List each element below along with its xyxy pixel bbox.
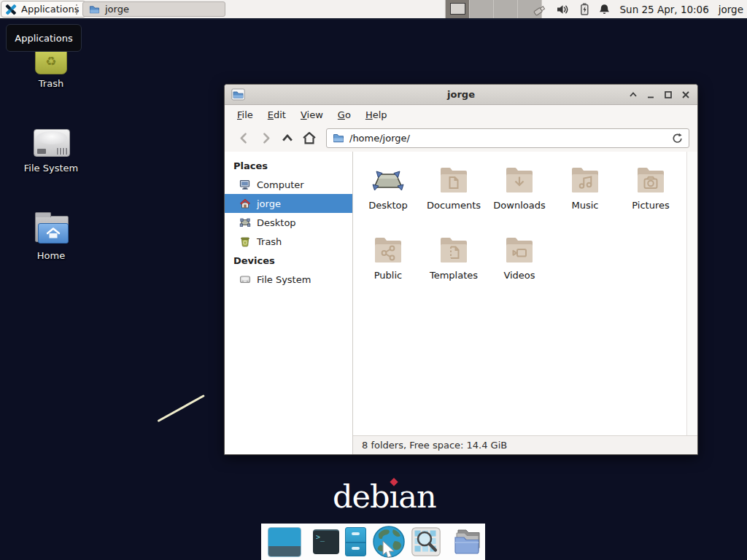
file-item-pictures[interactable]: Pictures [618,163,684,233]
file-manager-launcher[interactable] [345,527,366,556]
minimize-button[interactable] [645,90,656,101]
side-pane: Places Computer [225,152,353,454]
menubar: File Edit View Go Help [225,105,697,124]
side-item-label: Desktop [257,217,296,228]
file-item-music[interactable]: Music [552,163,618,233]
app-finder-launcher[interactable] [411,527,441,556]
file-grid: Desktop Documents [353,152,697,303]
file-label: Templates [430,270,478,281]
system-tray [532,2,611,17]
file-label: Videos [503,270,535,281]
close-button[interactable] [680,90,691,101]
show-desktop-button[interactable] [268,527,301,557]
folder-templates-icon [436,233,471,268]
desktop-icon [239,217,251,228]
side-item-trash[interactable]: Trash [225,232,352,251]
applications-menu-label: Applications [21,4,79,15]
folder-stack-icon [452,527,484,556]
toolbar: /home/jorge/ [225,124,697,152]
computer-icon [239,179,251,190]
bottom-dock: >_ [261,524,485,560]
side-item-label: jorge [257,198,281,209]
drive-icon [239,273,251,285]
menu-help[interactable]: Help [359,106,394,123]
up-button[interactable] [276,128,298,148]
file-label: Desktop [368,200,408,211]
workspace-2[interactable] [470,0,494,18]
file-cabinet-icon [345,527,366,556]
hard-drive-icon [29,122,73,160]
side-item-file-system[interactable]: File System [225,270,352,289]
path-folder-icon [333,133,344,143]
file-item-downloads[interactable]: Downloads [487,163,552,233]
file-label: Public [374,270,402,281]
window-titlebar[interactable]: jorge [225,85,697,105]
statusbar: 8 folders, Free space: 14.4 GiB [353,435,697,454]
file-item-templates[interactable]: Templates [421,233,487,303]
tooltip-text: Applications [15,33,72,44]
vertical-scrollbar[interactable] [686,152,697,435]
side-item-desktop[interactable]: Desktop [225,213,352,232]
file-manager-window: jorge File Edit View Go Help [224,84,698,455]
file-item-documents[interactable]: Documents [421,163,487,233]
side-item-computer[interactable]: Computer [225,175,352,194]
desktop-surface-icon [371,163,406,198]
menu-view[interactable]: View [294,106,330,123]
terminal-launcher[interactable]: >_ [313,529,339,554]
menu-go[interactable]: Go [331,106,357,123]
file-item-videos[interactable]: Videos [487,233,552,303]
panel-grip-handle[interactable] [76,4,80,15]
terminal-icon: >_ [313,529,339,554]
top-panel: Applications jorge [0,0,747,20]
folder-videos-icon [502,233,537,268]
file-item-public[interactable]: Public [355,233,421,303]
folders-menu-launcher[interactable] [452,527,484,556]
statusbar-text: 8 folders, Free space: 14.4 GiB [362,440,507,451]
path-input[interactable]: /home/jorge/ [349,133,666,144]
folder-public-icon [371,233,406,268]
window-title: jorge [225,89,697,100]
user-home-icon [239,198,251,209]
workspace-1[interactable] [446,0,470,18]
desktop-icon-home[interactable]: Home [16,210,86,261]
home-folder-icon [29,210,73,248]
notifications-bell-icon[interactable] [598,3,611,16]
side-header-places: Places [225,156,352,175]
window-controls [627,85,691,105]
shade-button[interactable] [627,90,638,101]
web-browser-globe-icon [372,525,406,559]
side-item-label: File System [257,274,311,285]
file-label: Downloads [493,200,545,211]
desktop-root: Applications jorge [0,0,747,560]
file-view[interactable]: Desktop Documents [353,152,697,435]
location-bar[interactable]: /home/jorge/ [326,128,689,148]
volume-icon[interactable] [556,3,570,16]
applications-tooltip: Applications [6,24,82,52]
menu-file[interactable]: File [231,106,260,123]
taskbar-window-button[interactable]: jorge [82,1,225,17]
battery-icon[interactable] [578,2,590,16]
session-user-menu[interactable]: jorge [719,4,743,15]
folder-icon [89,4,100,15]
file-label: Pictures [632,200,669,211]
applications-menu-button[interactable]: Applications [1,1,86,18]
side-item-jorge[interactable]: jorge [225,194,352,213]
menu-edit[interactable]: Edit [261,106,293,123]
maximize-button[interactable] [662,90,673,101]
home-button[interactable] [298,128,320,148]
web-browser-launcher[interactable] [372,525,406,559]
house-glyph [45,227,61,240]
main-pane: Desktop Documents [353,152,697,454]
desktop-icon-file-system[interactable]: File System [16,122,86,174]
file-label: Music [572,200,599,211]
window-body: Places Computer [225,152,697,454]
panel-clock[interactable]: Sun 25 Apr, 10:06 [620,4,709,15]
back-button[interactable] [233,128,255,148]
desktop-icon-label: Trash [16,78,86,89]
workspace-3[interactable] [494,0,518,18]
file-item-desktop[interactable]: Desktop [355,163,421,233]
desktop-line-artifact [158,394,205,422]
removable-media-icon[interactable] [532,2,548,17]
forward-button[interactable] [255,128,276,148]
reload-icon[interactable] [671,132,683,144]
